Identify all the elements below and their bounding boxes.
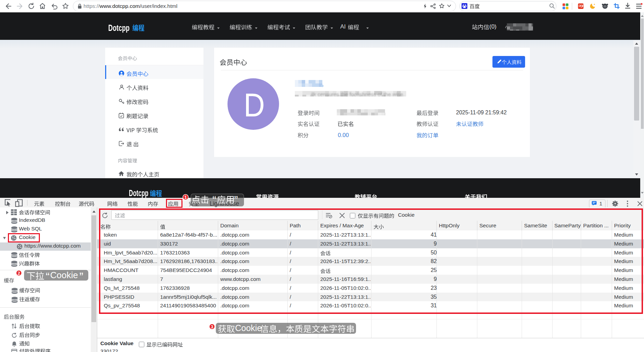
svg-text:1: 1 — [185, 195, 187, 200]
svg-text:2: 2 — [18, 271, 20, 276]
svg-text:3: 3 — [211, 325, 213, 329]
